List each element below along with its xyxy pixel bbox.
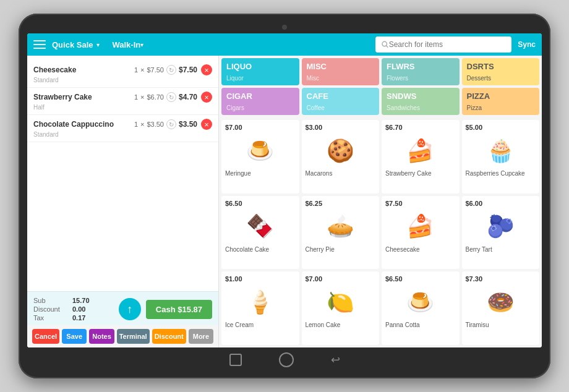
cart-item-unit-price: $7.50	[147, 66, 164, 74]
cash-button[interactable]: Cash $15.87	[146, 300, 212, 319]
product-image: 🍋	[306, 285, 376, 319]
discount-button[interactable]: Discount	[152, 329, 186, 344]
category-name: LIQUO	[226, 62, 294, 71]
product-tile[interactable]: $7.00 🍋 Lemon Cake	[302, 271, 380, 345]
category-tile-dsrts[interactable]: DSRTS Desserts	[462, 58, 540, 85]
cart-items: Cheesecake 1 × $7.50 $7.50 Standard Stra…	[27, 56, 218, 291]
cart-panel: Cheesecake 1 × $7.50 $7.50 Standard Stra…	[27, 56, 219, 347]
product-tile[interactable]: $7.30 🍩 Tiramisu	[462, 271, 540, 345]
product-tile[interactable]: $3.00 🍪 Macarons	[302, 120, 380, 194]
remove-button[interactable]	[201, 64, 212, 75]
save-button[interactable]: Save	[62, 329, 87, 344]
product-price: $5.00	[466, 124, 483, 131]
food-icon: 🍋	[327, 289, 354, 315]
cart-item-unit-price: $6.70	[147, 93, 164, 101]
products-grid: $7.00 🍮 Meringue $3.00 🍪 Macarons $6.70 …	[219, 117, 542, 347]
cart-item-qty-price: 1 × $7.50	[134, 65, 179, 75]
cart-item-subtitle: Standard	[33, 131, 212, 138]
product-tile[interactable]: $6.25 🥧 Cherry Pie	[302, 196, 380, 270]
products-panel: LIQUO Liquor MISC Misc FLWRS Flowers DSR…	[219, 56, 542, 347]
category-tile-cafe[interactable]: CAFE Coffee	[302, 88, 380, 115]
category-name: CAFE	[307, 92, 375, 101]
home-button[interactable]	[279, 352, 294, 367]
tax-row: Tax 0.17	[33, 314, 90, 322]
cart-footer: Sub 15.70 Discount 0.00 Tax 0.17	[27, 291, 218, 325]
category-sub: Coffee	[307, 104, 375, 111]
product-image: 🍩	[466, 285, 536, 319]
food-icon: 🍫	[246, 213, 274, 239]
tablet-bottom: ↩	[229, 347, 340, 370]
category-tile-liquo[interactable]: LIQUO Liquor	[221, 58, 299, 85]
cart-footer-row2: Sub 15.70 Discount 0.00 Tax 0.17	[33, 297, 212, 322]
product-name: Berry Tart	[466, 246, 492, 253]
discount-value: 0.00	[72, 305, 85, 313]
product-price: $6.50	[225, 200, 242, 207]
cart-item-subtitle: Half	[33, 104, 212, 111]
product-name: Chocolate Cake	[225, 246, 269, 253]
product-name: Meringue	[225, 170, 251, 177]
recent-apps-icon[interactable]	[229, 354, 242, 366]
product-tile[interactable]: $5.00 🧁 Raspberries Cupcake	[462, 120, 540, 194]
sync-button[interactable]: Sync	[518, 40, 536, 49]
category-name: MISC	[307, 62, 375, 71]
notes-button[interactable]: Notes	[89, 329, 114, 344]
top-bar-right: Sync	[375, 36, 536, 53]
product-price: $3.00	[306, 124, 323, 131]
remove-button[interactable]	[201, 119, 212, 130]
totals-col: Sub 15.70 Discount 0.00 Tax 0.17	[33, 297, 90, 322]
cancel-button[interactable]: Cancel	[32, 329, 59, 344]
product-image: 🍰	[385, 210, 456, 244]
category-name: PIZZA	[467, 92, 535, 101]
product-tile[interactable]: $6.50 🍮 Panna Cotta	[382, 271, 460, 345]
product-tile[interactable]: $7.50 🍰 Cheesecake	[382, 196, 460, 270]
food-icon: 🫐	[487, 213, 515, 239]
cart-item-qty-price: 1 × $3.50	[134, 119, 179, 129]
category-tile-pizza[interactable]: PIZZA Pizza	[462, 88, 540, 115]
product-price: $7.00	[225, 124, 242, 131]
food-icon: 🍦	[246, 289, 274, 315]
edit-icon[interactable]	[166, 119, 176, 129]
category-tile-cigar[interactable]: CIGAR Cigars	[221, 88, 299, 115]
food-icon: 🍩	[487, 289, 515, 315]
remove-button[interactable]	[201, 92, 212, 103]
terminal-button[interactable]: Terminal	[117, 329, 150, 344]
back-button[interactable]: ↩	[331, 353, 340, 367]
walk-in-button[interactable]: Walk-In	[112, 40, 140, 49]
cart-item-qty: 1	[134, 66, 138, 74]
product-image: 🧁	[466, 134, 536, 168]
product-tile[interactable]: $6.50 🍫 Chocolate Cake	[221, 196, 299, 270]
category-tile-misc[interactable]: MISC Misc	[302, 58, 380, 85]
product-image: 🍫	[225, 210, 296, 244]
discount-row: Discount 0.00	[33, 305, 90, 313]
quick-sale-button[interactable]: Quick Sale	[52, 40, 93, 49]
search-icon	[382, 41, 388, 48]
product-name: Cheesecake	[385, 246, 420, 253]
category-tile-flwrs[interactable]: FLWRS Flowers	[382, 58, 460, 85]
tax-value: 0.17	[72, 314, 85, 322]
menu-icon[interactable]	[33, 40, 46, 49]
product-price: $6.25	[306, 200, 323, 207]
top-bar: Quick Sale ▾ Walk-In ▾ Sync	[27, 33, 542, 56]
product-tile[interactable]: $6.70 🍰 Strawberry Cake	[382, 120, 460, 194]
discount-label: Discount	[33, 305, 67, 313]
search-input[interactable]	[389, 40, 506, 49]
product-price: $6.00	[466, 200, 483, 207]
product-name: Raspberries Cupcake	[466, 170, 525, 177]
category-tile-sndws[interactable]: SNDWS Sandwiches	[382, 88, 460, 115]
product-tile[interactable]: $6.00 🫐 Berry Tart	[462, 196, 540, 270]
more-button[interactable]: More	[189, 329, 213, 344]
category-name: SNDWS	[387, 92, 455, 101]
category-grid: LIQUO Liquor MISC Misc FLWRS Flowers DSR…	[219, 56, 542, 117]
food-icon: 🍰	[406, 138, 434, 164]
search-bar[interactable]	[375, 36, 511, 53]
product-tile[interactable]: $7.00 🍮 Meringue	[221, 120, 299, 194]
edit-icon[interactable]	[166, 65, 176, 75]
product-price: $6.50	[385, 275, 403, 283]
sub-label: Sub	[33, 297, 67, 304]
product-tile[interactable]: $1.00 🍦 Ice Cream	[221, 271, 299, 345]
edit-icon[interactable]	[166, 92, 176, 102]
svg-point-0	[382, 41, 387, 46]
food-icon: 🍰	[406, 213, 434, 239]
category-name: DSRTS	[467, 62, 535, 71]
scroll-up-button[interactable]	[119, 298, 141, 320]
